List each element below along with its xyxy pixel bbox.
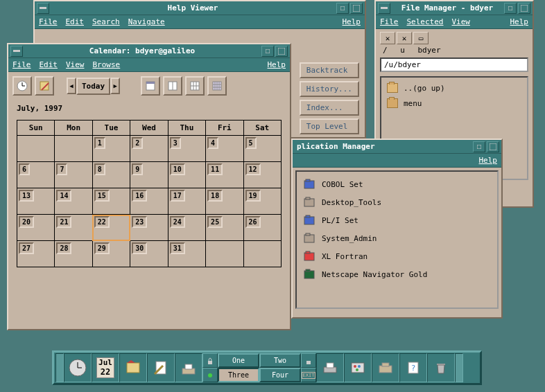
app-item[interactable]: COBOL Set (304, 179, 490, 190)
dock-calendar[interactable]: Jul22 (92, 353, 119, 382)
dock-text-editor[interactable] (147, 353, 175, 382)
index-button[interactable]: Index... (300, 100, 359, 116)
workspace-button[interactable]: Two (259, 353, 301, 368)
calendar-day-cell[interactable]: 5 (243, 136, 281, 162)
nav-back-button[interactable]: ✕ (380, 32, 395, 44)
dock-handle-right[interactable] (455, 353, 463, 382)
menu-view[interactable]: View (451, 17, 470, 26)
calendar-day-cell[interactable]: 27 (17, 241, 55, 267)
menu-help[interactable]: Help (479, 156, 498, 165)
breadcrumb-u[interactable]: u (400, 46, 405, 55)
menu-file[interactable]: File (12, 60, 31, 69)
calendar-day-cell[interactable]: 8 (92, 162, 130, 188)
week-view-button[interactable] (163, 76, 182, 96)
file-item-goup[interactable]: ..(go up) (387, 83, 521, 93)
menu-edit[interactable]: Edit (66, 17, 85, 26)
menu-selected[interactable]: Selected (407, 17, 444, 26)
minimize-button[interactable] (336, 3, 349, 14)
window-menu-button[interactable] (10, 46, 23, 57)
calendar-day-cell[interactable]: 7 (55, 162, 92, 188)
calendar-day-cell[interactable]: 16 (130, 188, 168, 215)
calendar-day-cell[interactable]: 11 (206, 162, 243, 188)
backtrack-button[interactable]: Backtrack (300, 62, 359, 78)
window-menu-button[interactable] (37, 3, 49, 14)
app-item[interactable]: XL Fortran (304, 251, 490, 262)
calendar-day-cell[interactable]: 31 (168, 241, 205, 267)
calendar-day-cell[interactable]: 3 (168, 136, 205, 162)
exit-button[interactable]: EXIT (301, 368, 316, 382)
calendar-day-cell[interactable]: 9 (130, 162, 168, 188)
dock-trash[interactable] (427, 353, 455, 382)
dock-style-manager[interactable] (344, 353, 372, 382)
edit-appointment-button[interactable] (35, 76, 54, 96)
help-viewer-titlebar[interactable]: Help Viewer (35, 1, 365, 15)
calendar-day-cell[interactable]: 22 (92, 215, 130, 241)
calendar-titlebar[interactable]: Calendar: bdyer@galileo (8, 44, 290, 58)
calendar-day-cell[interactable]: 13 (17, 188, 55, 215)
menu-view[interactable]: View (66, 60, 85, 69)
prev-button[interactable]: ◀ (67, 78, 76, 94)
file-manager-titlebar[interactable]: File Manager - bdyer (376, 1, 533, 15)
maximize-button[interactable] (350, 3, 363, 14)
app-item[interactable]: PL/I Set (304, 215, 490, 226)
menu-edit[interactable]: Edit (40, 60, 58, 69)
calendar-day-cell[interactable]: 20 (17, 215, 55, 241)
menu-file[interactable]: File (39, 17, 58, 26)
maximize-button[interactable] (275, 46, 288, 57)
app-manager-titlebar[interactable]: plication Manager (293, 140, 501, 154)
calendar-day-cell[interactable]: 28 (55, 241, 92, 267)
calendar-day-cell[interactable]: 14 (55, 188, 92, 215)
breadcrumb-root[interactable]: / (383, 46, 388, 55)
app-item[interactable]: System_Admin (304, 233, 490, 244)
workspace-button[interactable]: Four (259, 368, 301, 382)
calendar-day-cell[interactable]: 21 (55, 215, 92, 241)
calendar-day-cell[interactable]: 23 (130, 215, 168, 241)
calendar-day-cell[interactable]: 1 (92, 136, 130, 162)
dock-personal[interactable] (119, 353, 147, 382)
workspace-button[interactable]: One (218, 353, 259, 368)
calendar-day-cell[interactable]: 17 (168, 188, 205, 215)
menu-navigate[interactable]: Navigate (128, 17, 165, 26)
path-field[interactable]: /u/bdyer (380, 57, 528, 72)
lock-button[interactable] (202, 353, 218, 368)
unlock-button[interactable] (301, 353, 316, 368)
nav-fwd-button[interactable]: ✕ (397, 32, 412, 44)
appointment-button[interactable] (12, 76, 32, 96)
maximize-button[interactable] (518, 3, 530, 14)
menu-file[interactable]: File (380, 17, 399, 26)
top-level-button[interactable]: Top Level (300, 118, 359, 134)
dock-mail[interactable] (175, 353, 202, 382)
breadcrumb-user[interactable]: bdyer (418, 46, 441, 55)
calendar-day-cell[interactable]: 2 (130, 136, 168, 162)
calendar-day-cell[interactable]: 10 (168, 162, 205, 188)
app-item[interactable]: Desktop_Tools (304, 197, 490, 208)
calendar-day-cell[interactable]: 18 (206, 188, 243, 215)
year-view-button[interactable] (207, 76, 227, 96)
menu-help[interactable]: Help (510, 17, 529, 26)
calendar-day-cell[interactable]: 29 (92, 241, 130, 267)
calendar-day-cell[interactable]: 30 (130, 241, 168, 267)
minimize-button[interactable] (473, 141, 485, 152)
dock-printer[interactable] (316, 353, 344, 382)
window-menu-button[interactable] (378, 3, 390, 14)
menu-search[interactable]: Search (92, 17, 120, 26)
calendar-day-cell[interactable]: 24 (168, 215, 205, 241)
calendar-day-cell[interactable]: 26 (243, 215, 281, 241)
menu-help[interactable]: Help (268, 60, 286, 69)
app-item[interactable]: Netscape Navigator Gold (304, 269, 490, 280)
today-button[interactable]: Today (76, 78, 110, 95)
calendar-day-cell[interactable]: 12 (243, 162, 281, 188)
workspace-button[interactable]: Three (218, 368, 259, 382)
file-item-menu[interactable]: menu (387, 98, 521, 108)
calendar-day-cell[interactable]: 15 (92, 188, 130, 215)
nav-home-button[interactable]: ▭ (413, 32, 429, 44)
dock-help[interactable]: ? (399, 353, 427, 382)
calendar-day-cell[interactable]: 25 (206, 215, 243, 241)
calendar-day-cell[interactable]: 6 (17, 162, 55, 188)
minimize-button[interactable] (504, 3, 517, 14)
dock-clock[interactable] (64, 353, 92, 382)
month-view-button[interactable] (185, 76, 205, 96)
menu-browse[interactable]: Browse (93, 60, 121, 69)
calendar-day-cell[interactable]: 4 (206, 136, 243, 162)
dock-handle-left[interactable] (55, 353, 64, 382)
